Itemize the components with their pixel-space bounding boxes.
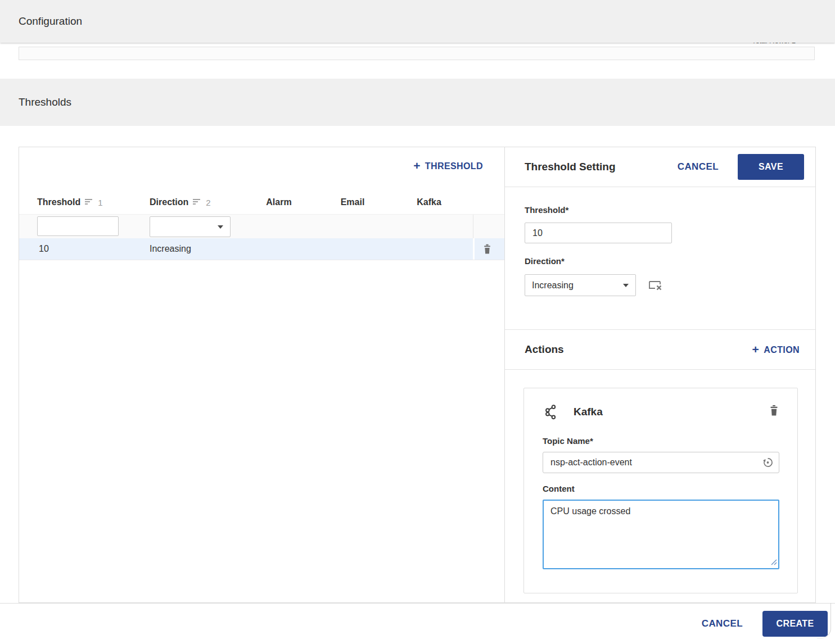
thresholds-panel: + THRESHOLD Threshold 1 Direction [19, 147, 816, 603]
column-divider [473, 215, 473, 239]
thresholds-section-bar: Thresholds [0, 79, 835, 126]
topic-name-input[interactable] [543, 452, 779, 473]
kafka-card-title: Kafka [574, 406, 603, 418]
column-header-email[interactable]: Email [336, 197, 369, 207]
content-textarea[interactable]: CPU usage crossed [543, 500, 779, 569]
trash-icon [769, 410, 779, 418]
threshold-filter-input[interactable] [37, 216, 119, 236]
configuration-title: Configuration [19, 15, 82, 28]
topic-name-label: Topic Name* [543, 436, 593, 446]
thresholds-table: + THRESHOLD Threshold 1 Direction [19, 147, 504, 602]
reset-topic-button[interactable] [761, 456, 774, 469]
threshold-setting-save-button[interactable]: SAVE [738, 154, 804, 180]
clear-direction-selection-button[interactable] [648, 279, 664, 292]
threshold-value-input[interactable] [525, 223, 672, 243]
threshold-setting-title: Threshold Setting [525, 161, 616, 173]
column-header-kafka[interactable]: Kafka [413, 197, 445, 207]
row-threshold-value: 10 [39, 244, 49, 254]
add-action-button[interactable]: + ACTION [752, 344, 800, 355]
direction-select[interactable]: Increasing [525, 274, 636, 296]
threshold-setting-cancel-button[interactable]: CANCEL [678, 161, 719, 173]
actions-title: Actions [525, 343, 564, 356]
topic-name-field [543, 452, 779, 473]
column-header-direction[interactable]: Direction 2 [150, 197, 211, 207]
actions-section-header: Actions + ACTION [505, 330, 815, 370]
clipped-total-rows-text: Total Rows: 1 [752, 43, 815, 46]
threshold-configuration-screen: Configuration Total Rows: 1 Thresholds +… [0, 0, 835, 644]
delete-threshold-button[interactable] [482, 243, 492, 255]
configuration-header-bar: Configuration [0, 0, 835, 43]
row-direction-value: Increasing [150, 244, 191, 254]
direction-filter-select[interactable] [150, 216, 231, 237]
thresholds-section-title: Thresholds [19, 96, 71, 108]
scrolled-panel-remnant [19, 47, 815, 60]
column-header-threshold[interactable]: Threshold 1 [37, 197, 103, 207]
content-label: Content [543, 484, 575, 493]
sort-icon [85, 197, 93, 207]
column-divider [473, 238, 475, 260]
resize-handle[interactable] [770, 559, 777, 565]
threshold-setting-panel: Threshold Setting CANCEL SAVE Threshold*… [504, 147, 815, 602]
table-header-row: Threshold 1 Direction [19, 191, 504, 214]
direction-field-label: Direction* [525, 256, 565, 266]
table-filter-row [19, 214, 504, 239]
add-threshold-button[interactable]: + THRESHOLD [413, 161, 483, 171]
chevron-down-icon [623, 284, 629, 287]
add-action-label: ACTION [764, 344, 800, 355]
sort-order-badge: 2 [206, 198, 210, 207]
kafka-icon [543, 404, 558, 422]
sort-order-badge: 1 [98, 198, 102, 207]
footer-cancel-button[interactable]: CANCEL [702, 618, 743, 629]
plus-icon: + [413, 160, 421, 171]
clear-selection-icon [648, 285, 664, 293]
column-header-alarm[interactable]: Alarm [263, 197, 295, 207]
delete-kafka-action-button[interactable] [769, 404, 779, 416]
add-threshold-label: THRESHOLD [425, 161, 483, 171]
threshold-field-label: Threshold* [525, 205, 568, 215]
threshold-setting-header: Threshold Setting CANCEL SAVE [505, 147, 815, 187]
trash-icon [482, 248, 492, 256]
dialog-footer: CANCEL CREATE [0, 603, 835, 644]
threshold-table-row[interactable]: 10 Increasing [19, 238, 504, 260]
reset-icon [761, 462, 774, 471]
dialog-rounded-corner [817, 603, 831, 638]
sort-icon [193, 197, 201, 207]
kafka-action-card: Kafka Topic Name* [523, 388, 798, 593]
chevron-down-icon [218, 225, 223, 229]
plus-icon: + [752, 343, 760, 355]
